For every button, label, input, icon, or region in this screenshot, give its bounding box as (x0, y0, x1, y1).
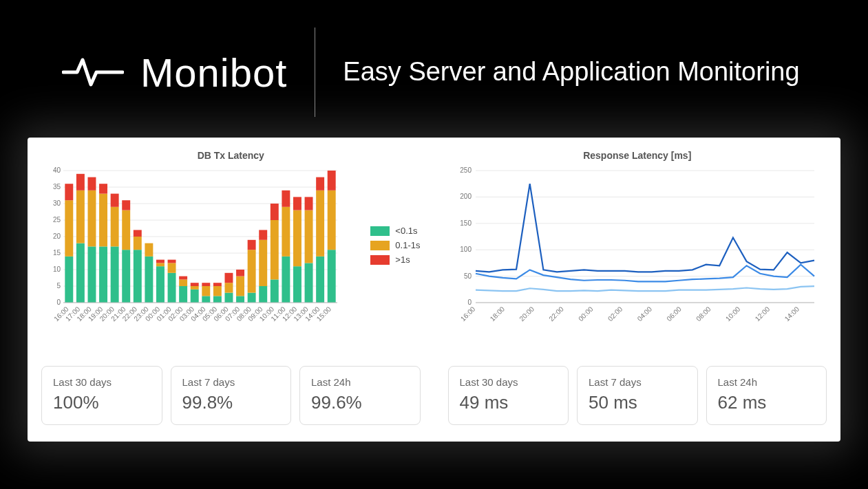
svg-text:50: 50 (463, 272, 472, 280)
svg-rect-85 (316, 191, 324, 257)
svg-rect-49 (179, 279, 187, 286)
right-cards: Last 30 days 49 ms Last 7 days 50 ms Las… (448, 366, 827, 425)
legend-swatch (370, 226, 390, 236)
stat-value: 99.6% (311, 392, 409, 413)
svg-rect-21 (76, 243, 85, 303)
stat-label: Last 30 days (53, 376, 151, 388)
svg-rect-65 (236, 270, 244, 276)
header: Monibot Easy Server and Application Moni… (0, 0, 868, 138)
svg-rect-71 (259, 230, 267, 239)
svg-rect-46 (168, 263, 176, 272)
svg-rect-39 (145, 257, 153, 303)
stat-label: Last 7 days (182, 376, 280, 388)
svg-rect-36 (134, 250, 142, 303)
svg-rect-22 (76, 191, 85, 243)
stat-card: Last 24h 99.6% (299, 366, 421, 425)
svg-text:20:00: 20:00 (518, 305, 536, 323)
svg-text:06:00: 06:00 (665, 305, 683, 323)
left-column: DB Tx Latency 051015202530354016:0017:00… (41, 150, 421, 425)
legend-item: 0.1-1s (370, 240, 420, 250)
logo-section: Monibot (62, 50, 287, 96)
svg-text:250: 250 (460, 166, 472, 174)
svg-rect-44 (156, 260, 165, 263)
stat-value: 49 ms (460, 392, 558, 413)
svg-text:14:00: 14:00 (783, 305, 801, 323)
svg-text:15: 15 (53, 249, 61, 257)
header-divider (315, 28, 315, 117)
svg-rect-35 (122, 200, 130, 210)
bar-chart: 051015202530354016:0017:0018:0019:0020:0… (41, 166, 344, 332)
svg-rect-51 (191, 290, 199, 303)
svg-rect-67 (248, 250, 256, 292)
legend-swatch (370, 255, 390, 265)
svg-rect-64 (236, 276, 244, 296)
svg-text:30: 30 (53, 199, 61, 207)
svg-rect-80 (293, 197, 301, 210)
svg-rect-66 (248, 293, 256, 303)
stat-card: Last 30 days 100% (41, 366, 162, 425)
svg-text:100: 100 (460, 246, 472, 253)
svg-rect-89 (328, 171, 336, 191)
svg-rect-77 (282, 191, 290, 207)
svg-rect-63 (236, 296, 244, 303)
right-column: Response Latency [ms] 05010015020025016:… (448, 150, 827, 425)
svg-text:08:00: 08:00 (695, 305, 712, 323)
svg-rect-58 (213, 286, 222, 296)
stat-label: Last 24h (311, 376, 409, 388)
svg-rect-18 (65, 257, 73, 303)
stat-value: 99.8% (182, 392, 280, 413)
svg-rect-73 (271, 220, 279, 279)
svg-rect-78 (293, 266, 301, 303)
svg-text:0: 0 (56, 298, 61, 306)
bar-chart-container: DB Tx Latency 051015202530354016:0017:00… (41, 150, 421, 343)
svg-rect-57 (213, 296, 222, 303)
stat-card: Last 24h 62 ms (706, 366, 827, 425)
svg-text:35: 35 (53, 183, 61, 191)
legend-item: >1s (370, 254, 420, 265)
tagline: Easy Server and Application Monitoring (343, 54, 799, 89)
svg-text:22:00: 22:00 (547, 305, 565, 323)
svg-rect-31 (111, 207, 119, 247)
svg-rect-88 (328, 191, 336, 250)
stat-card: Last 7 days 99.8% (171, 366, 292, 425)
stat-label: Last 24h (718, 376, 816, 388)
line-chart-title: Response Latency [ms] (448, 150, 827, 161)
svg-text:25: 25 (53, 216, 61, 224)
svg-rect-30 (111, 246, 119, 303)
svg-text:02:00: 02:00 (606, 305, 624, 323)
line-chart-container: Response Latency [ms] 05010015020025016:… (448, 150, 827, 343)
svg-rect-75 (282, 257, 290, 303)
line-chart-body: 05010015020025016:0018:0020:0022:0000:00… (448, 166, 827, 332)
svg-rect-59 (213, 283, 222, 286)
svg-text:00:00: 00:00 (577, 305, 595, 323)
line-chart: 05010015020025016:0018:0020:0022:0000:00… (448, 166, 820, 332)
svg-rect-19 (65, 200, 73, 257)
svg-rect-23 (76, 174, 85, 191)
svg-text:16:00: 16:00 (458, 305, 476, 323)
svg-rect-40 (145, 243, 153, 257)
svg-rect-74 (271, 204, 279, 220)
legend-item: <0.1s (370, 226, 420, 236)
svg-rect-20 (65, 184, 73, 200)
svg-text:04:00: 04:00 (635, 305, 653, 323)
bar-chart-legend: <0.1s 0.1-1s >1s (370, 221, 420, 269)
legend-label: 0.1-1s (395, 240, 420, 250)
svg-text:200: 200 (460, 193, 472, 200)
svg-rect-87 (328, 250, 336, 303)
stat-value: 100% (53, 392, 151, 413)
svg-text:12:00: 12:00 (753, 305, 771, 323)
svg-rect-43 (156, 263, 165, 266)
svg-text:18:00: 18:00 (488, 305, 506, 323)
svg-text:10:00: 10:00 (723, 305, 741, 323)
svg-rect-56 (202, 283, 210, 286)
svg-text:20: 20 (53, 232, 61, 240)
left-cards: Last 30 days 100% Last 7 days 99.8% Last… (41, 366, 421, 425)
stat-card: Last 30 days 49 ms (448, 366, 569, 425)
pulse-icon (62, 52, 124, 93)
svg-rect-38 (134, 230, 142, 237)
svg-rect-76 (282, 207, 290, 257)
stat-label: Last 30 days (460, 376, 558, 388)
svg-rect-26 (87, 177, 96, 191)
svg-rect-70 (259, 240, 267, 286)
svg-text:10: 10 (53, 265, 61, 273)
